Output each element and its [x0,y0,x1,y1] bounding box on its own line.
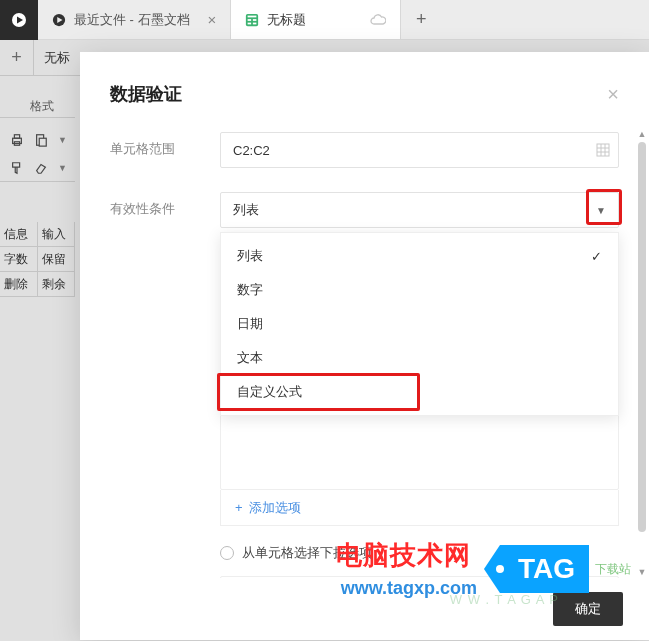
spreadsheet-icon [245,13,259,27]
ok-label: 确定 [575,600,601,618]
from-cells-radio[interactable]: 从单元格选择下拉选项 [220,544,619,562]
data-validation-dialog: 数据验证 × 单元格范围 C2:C2 有效性条件 [80,52,649,640]
tab-label: 最近文件 - 石墨文档 [74,11,190,29]
dropdown-item-list[interactable]: 列表 ✓ [221,239,618,273]
tab-label: 无标题 [267,11,306,29]
range-value: C2:C2 [233,143,270,158]
dialog-title: 数据验证 [110,82,182,106]
add-option-button[interactable]: + 添加选项 [220,490,619,526]
scroll-thumb[interactable] [638,142,646,532]
ok-button[interactable]: 确定 [553,592,623,626]
range-label: 单元格范围 [110,132,220,158]
cloud-icon [370,14,386,26]
option-label: 日期 [237,315,263,333]
new-tab-button[interactable]: + [401,0,441,39]
svg-rect-7 [253,19,257,21]
condition-select[interactable]: 列表 ▼ [220,192,619,228]
dropdown-item-date[interactable]: 日期 [221,307,618,341]
tab-bar: 最近文件 - 石墨文档 × 无标题 + [0,0,649,40]
play-circle-icon [52,13,66,27]
svg-rect-9 [253,22,257,24]
check-icon: ✓ [591,249,602,264]
dropdown-item-formula[interactable]: 自定义公式 [221,375,618,409]
plus-icon: + [235,500,243,515]
options-list-box[interactable] [220,410,619,490]
scrollbar[interactable]: ▲ ▼ [637,128,647,578]
option-label: 数字 [237,281,263,299]
condition-label: 有效性条件 [110,192,220,218]
svg-rect-5 [248,15,257,17]
scroll-down-icon[interactable]: ▼ [637,566,647,578]
option-label: 文本 [237,349,263,367]
chevron-down-icon: ▼ [596,205,606,216]
option-label: 自定义公式 [237,383,302,401]
dropdown-item-number[interactable]: 数字 [221,273,618,307]
condition-value: 列表 [233,201,259,219]
app-menu-button[interactable] [0,0,38,40]
tab-recent-files[interactable]: 最近文件 - 石墨文档 × [38,0,231,39]
close-button[interactable]: × [607,83,619,106]
add-option-label: 添加选项 [249,499,301,517]
from-cells-label: 从单元格选择下拉选项 [242,544,372,562]
svg-rect-6 [248,19,252,21]
svg-rect-8 [248,22,252,24]
close-icon[interactable]: × [208,11,217,28]
tab-untitled[interactable]: 无标题 [231,0,401,39]
condition-dropdown: 列表 ✓ 数字 日期 文本 自定义公式 [220,232,619,416]
option-label: 列表 [237,247,263,265]
radio-icon [220,546,234,560]
range-input[interactable]: C2:C2 [220,132,619,168]
play-circle-icon [11,12,27,28]
dropdown-item-text[interactable]: 文本 [221,341,618,375]
grid-icon[interactable] [596,143,610,157]
svg-rect-15 [597,144,609,156]
dialog-footer: 确定 [80,578,649,640]
scroll-up-icon[interactable]: ▲ [637,128,647,140]
